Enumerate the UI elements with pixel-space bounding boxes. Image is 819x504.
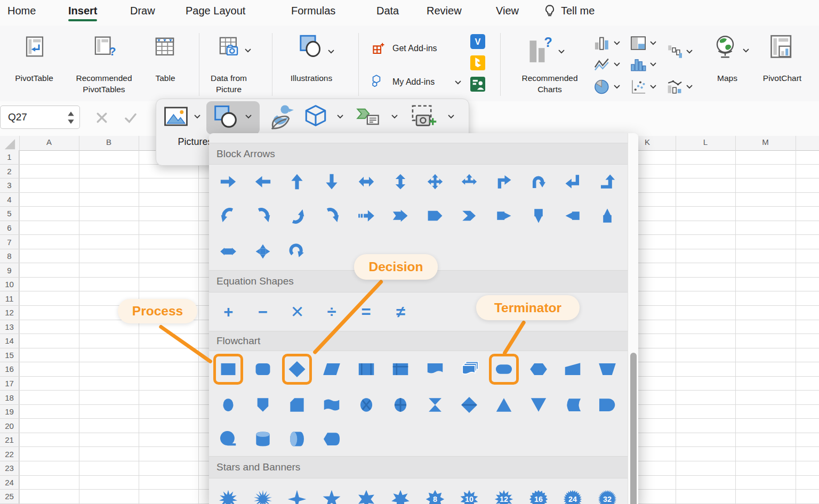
chart-combo-icon[interactable] [665,78,684,96]
shape-eq-multiply[interactable]: ✕ [280,292,315,331]
shape-fc-manual-operation[interactable] [590,351,625,387]
chart-pie-icon[interactable] [593,78,611,96]
column-header-L[interactable]: L [676,137,735,147]
cancel-icon[interactable] [95,111,109,125]
row-header-25[interactable]: 25 [0,490,19,503]
shape-arrow-curved-up[interactable] [280,199,315,233]
recommended-pivottables-button[interactable]: Recommended PivotTables [63,72,145,95]
chevron-down-icon[interactable] [686,48,693,55]
shapes-icon[interactable] [212,104,239,131]
column-header-B[interactable]: B [79,137,139,147]
chart-histogram-icon[interactable] [629,55,647,74]
chart-scatter-icon[interactable] [629,78,647,96]
row-header-13[interactable]: 13 [0,320,19,334]
tell-me-button[interactable]: Tell me [543,4,595,18]
shape-fc-offpage-connector[interactable] [246,387,280,422]
3d-models-icon[interactable] [301,103,330,131]
shape-fc-internal-storage[interactable] [383,351,418,387]
shape-arrow-callout-left[interactable] [556,199,590,233]
chevron-down-icon[interactable] [336,113,344,120]
shape-arrow-bent-up-left[interactable] [556,165,590,199]
shape-arrow-u-turn[interactable] [521,165,556,199]
table-button[interactable]: Table [138,72,193,84]
visio-icon[interactable]: V [470,34,485,49]
people-graph-icon[interactable] [470,77,485,92]
shape-fc-multidocument[interactable] [452,351,487,387]
bing-icon[interactable] [470,55,485,70]
shape-arrow-striped-right[interactable] [349,199,383,233]
chart-line-icon[interactable] [593,55,611,74]
panel-scrollbar-thumb[interactable] [630,353,637,504]
row-header-6[interactable]: 6 [0,221,19,235]
row-header-2[interactable]: 2 [0,165,19,178]
shape-eq-not-equal[interactable]: ≠ [383,292,418,331]
shape-arrow-curved-right[interactable] [246,199,280,233]
row-header-1[interactable]: 1 [0,150,19,164]
shape-fc-collate[interactable] [418,387,453,422]
shape-arrow-right[interactable] [211,165,246,199]
shape-star-24[interactable]: 24 [556,485,590,504]
row-header-19[interactable]: 19 [0,405,19,419]
row-header-15[interactable]: 15 [0,348,19,362]
chevron-down-icon[interactable] [649,39,657,47]
menu-tab-view[interactable]: View [496,5,519,17]
row-header-7[interactable]: 7 [0,235,19,249]
shape-shape-chevron[interactable] [452,199,487,233]
chart-treemap-icon[interactable] [629,34,647,52]
shape-arrow-left-right-up[interactable] [452,165,487,199]
row-header-24[interactable]: 24 [0,476,19,490]
shape-arrow-callout-left-right[interactable] [211,233,246,270]
row-header-22[interactable]: 22 [0,447,19,461]
shape-fc-preparation[interactable] [521,351,556,387]
shape-arrow-left[interactable] [246,165,280,199]
shape-fc-card[interactable] [280,387,315,422]
shape-fc-punched-tape[interactable] [315,387,349,422]
name-box-stepper[interactable] [67,110,75,126]
shape-star-burst1[interactable] [211,485,246,504]
column-header-K[interactable]: K [638,137,656,147]
menu-tab-data[interactable]: Data [376,5,399,17]
confirm-icon[interactable] [123,111,139,125]
chart-waterfall-icon[interactable] [665,43,684,61]
get-addins-button[interactable]: Get Add-ins [392,44,437,53]
row-header-12[interactable]: 12 [0,306,19,320]
chevron-down-icon[interactable] [613,83,621,91]
row-header-5[interactable]: 5 [0,207,19,221]
shape-arrow-up-down[interactable] [383,165,418,199]
shape-shape-pentagon[interactable] [418,199,453,233]
chart-column-icon[interactable] [593,34,611,52]
shape-star-4[interactable] [280,485,315,504]
shape-fc-or[interactable] [383,387,418,422]
row-header-10[interactable]: 10 [0,278,19,291]
name-box[interactable]: Q27 [0,105,80,129]
chevron-down-icon[interactable] [244,47,252,54]
chevron-down-icon[interactable] [454,79,462,86]
shape-star-5[interactable] [315,485,349,504]
shape-arrow-callout-up[interactable] [590,199,625,233]
shape-arrow-callout-quad[interactable] [246,233,280,270]
row-header-21[interactable]: 21 [0,433,19,447]
my-addins-button[interactable]: My Add-ins [392,77,435,87]
chevron-down-icon[interactable] [742,47,750,54]
chevron-down-icon[interactable] [613,61,621,68]
shape-star-burst2[interactable] [246,485,280,504]
shape-arrow-curved-left[interactable] [211,199,246,233]
shape-star-16[interactable]: 16 [521,485,556,504]
icons-button-icon[interactable] [266,102,296,131]
shape-star-12[interactable]: 12 [487,485,521,504]
chevron-down-icon[interactable] [391,113,398,120]
shape-fc-connector[interactable] [211,387,246,422]
row-header-8[interactable]: 8 [0,249,19,263]
shape-fc-sort[interactable] [452,387,487,422]
shape-eq-plus[interactable]: + [211,292,246,331]
chevron-down-icon[interactable] [245,113,252,120]
row-header-18[interactable]: 18 [0,391,19,404]
shape-star-7[interactable] [383,485,418,504]
shape-arrow-quad[interactable] [418,165,453,199]
column-header-A[interactable]: A [19,137,79,147]
shape-fc-manual-input[interactable] [556,351,590,387]
shape-fc-summing-junction[interactable] [349,387,383,422]
shape-fc-direct-access[interactable] [280,422,315,456]
shape-fc-extract[interactable] [487,387,521,422]
row-header-23[interactable]: 23 [0,461,19,475]
